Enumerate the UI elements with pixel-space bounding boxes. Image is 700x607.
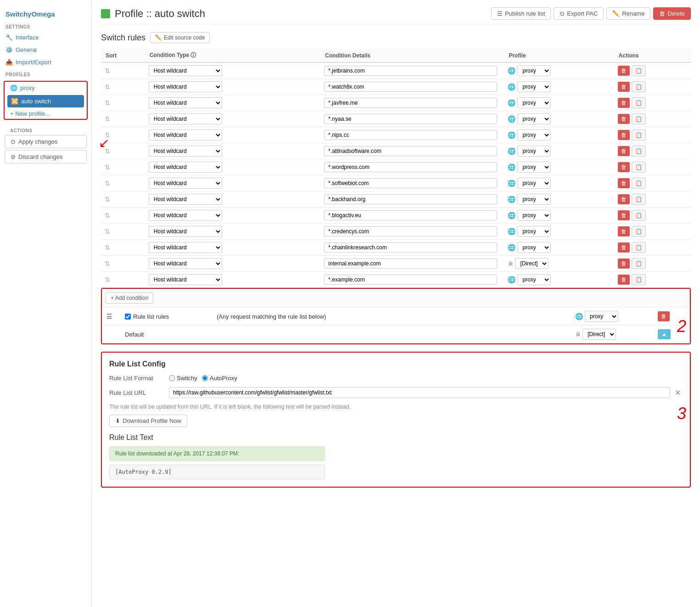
- sidebar-item-interface[interactable]: 🔧 Interface: [0, 31, 91, 44]
- condition-type-select[interactable]: Host wildcard URL regex URL wildcard IP …: [149, 194, 222, 205]
- profile-select[interactable]: proxy [Direct]: [517, 274, 551, 285]
- sidebar-item-import-export[interactable]: 📥 Import/Export: [0, 56, 91, 68]
- condition-detail-input[interactable]: [324, 66, 497, 76]
- condition-detail-input[interactable]: [324, 178, 497, 188]
- format-autoproxy-radio[interactable]: [202, 375, 208, 381]
- profile-select[interactable]: proxy [Direct]: [517, 194, 551, 205]
- profile-select[interactable]: proxy [Direct]: [517, 226, 551, 237]
- sort-handle[interactable]: ⇅: [105, 228, 110, 235]
- row-delete-button[interactable]: 🗑: [618, 146, 630, 156]
- condition-detail-input[interactable]: [324, 162, 497, 172]
- rule-list-rules-checkbox[interactable]: [125, 314, 131, 320]
- condition-detail-input[interactable]: [324, 98, 497, 108]
- row-delete-button[interactable]: 🗑: [618, 178, 630, 188]
- row-delete-button[interactable]: 🗑: [618, 242, 630, 253]
- download-profile-button[interactable]: ⬇ Download Profile Now: [109, 415, 187, 427]
- publish-rule-list-button[interactable]: ☰ Publish rule list: [491, 7, 551, 20]
- delete-button[interactable]: 🗑 Delete: [653, 7, 691, 20]
- condition-detail-input[interactable]: [324, 259, 497, 269]
- profile-select[interactable]: [Direct] [Direct]: [515, 258, 549, 269]
- row-copy-button[interactable]: 📋: [632, 274, 646, 285]
- sort-handle[interactable]: ⇅: [105, 67, 110, 74]
- row-delete-button[interactable]: 🗑: [618, 194, 630, 204]
- row-copy-button[interactable]: 📋: [632, 113, 646, 124]
- row-copy-button[interactable]: 📋: [632, 97, 646, 108]
- row-delete-button[interactable]: 🗑: [618, 114, 630, 124]
- sidebar-item-general[interactable]: ⚙️ General: [0, 44, 91, 56]
- row-copy-button[interactable]: 📋: [632, 242, 646, 253]
- condition-detail-input[interactable]: [324, 210, 497, 220]
- profile-select[interactable]: proxy [Direct]: [517, 129, 551, 141]
- condition-detail-input[interactable]: [324, 146, 497, 156]
- app-logo[interactable]: SwitchyOmega: [0, 5, 91, 21]
- row-copy-button[interactable]: 📋: [632, 146, 646, 157]
- row-copy-button[interactable]: 📋: [632, 65, 646, 76]
- condition-detail-input[interactable]: [324, 242, 497, 253]
- sort-handle[interactable]: ⇅: [105, 196, 110, 203]
- row-copy-button[interactable]: 📋: [632, 162, 646, 173]
- condition-detail-input[interactable]: [324, 275, 497, 285]
- condition-type-select[interactable]: Host wildcard URL regex URL wildcard IP …: [149, 97, 222, 108]
- row-delete-button[interactable]: 🗑: [618, 210, 630, 220]
- condition-type-select[interactable]: Host wildcard URL regex URL wildcard IP …: [149, 81, 222, 92]
- edit-source-button[interactable]: ✏️ Edit source code: [150, 32, 210, 43]
- row-delete-button[interactable]: 🗑: [618, 82, 630, 92]
- sort-handle[interactable]: ⇅: [105, 131, 110, 139]
- row-delete-button[interactable]: 🗑: [618, 162, 630, 172]
- profile-select[interactable]: proxy [Direct]: [517, 162, 551, 173]
- sort-handle[interactable]: ⇅: [105, 163, 110, 171]
- profile-select[interactable]: proxy [Direct]: [517, 178, 551, 189]
- row-delete-button[interactable]: 🗑: [618, 130, 630, 140]
- default-up-button[interactable]: ▲: [658, 329, 671, 339]
- rename-button[interactable]: ✏️ Rename: [606, 7, 650, 20]
- sort-handle[interactable]: ⇅: [105, 276, 110, 283]
- profile-select[interactable]: proxy [Direct]: [517, 113, 551, 124]
- row-copy-button[interactable]: 📋: [632, 210, 646, 221]
- condition-type-select[interactable]: Host wildcard URL regex URL wildcard IP …: [149, 226, 222, 237]
- sort-handle[interactable]: ⇅: [105, 83, 110, 90]
- row-delete-button[interactable]: 🗑: [618, 98, 630, 108]
- condition-type-select[interactable]: Host wildcard URL regex URL wildcard IP …: [149, 146, 222, 157]
- default-profile-select[interactable]: [Direct] proxy: [582, 329, 616, 340]
- condition-type-select[interactable]: Host wildcard URL regex URL wildcard IP …: [149, 258, 222, 269]
- row-delete-button[interactable]: 🗑: [618, 275, 630, 285]
- condition-detail-input[interactable]: [324, 194, 497, 204]
- condition-type-select[interactable]: Host wildcard URL regex URL wildcard IP …: [149, 242, 222, 253]
- sort-handle[interactable]: ⇅: [105, 99, 110, 107]
- discard-changes-button[interactable]: ⊘ Discard changes: [5, 150, 87, 163]
- row-copy-button[interactable]: 📋: [632, 194, 646, 205]
- condition-type-select[interactable]: Host wildcard URL regex URL wildcard IP …: [149, 65, 222, 76]
- sort-handle[interactable]: ⇅: [105, 260, 110, 267]
- profile-select[interactable]: proxy [Direct]: [517, 97, 551, 108]
- condition-type-select[interactable]: Host wildcard URL regex URL wildcard IP …: [149, 129, 222, 141]
- row-delete-button[interactable]: 🗑: [618, 259, 630, 269]
- sort-handle[interactable]: ⇅: [105, 212, 110, 219]
- add-condition-button[interactable]: + Add condition: [106, 292, 153, 304]
- format-autoproxy-option[interactable]: AutoProxy: [202, 375, 237, 382]
- sidebar-item-auto-switch[interactable]: 🔀 auto switch: [7, 95, 84, 107]
- condition-detail-input[interactable]: [324, 226, 497, 236]
- row-delete-button[interactable]: 🗑: [618, 226, 630, 236]
- condition-detail-input[interactable]: [324, 114, 497, 124]
- rule-list-profile-select[interactable]: proxy [Direct]: [585, 311, 618, 322]
- format-switchy-option[interactable]: Switchy: [169, 375, 197, 382]
- sort-handle[interactable]: ⇅: [105, 180, 110, 187]
- condition-type-select[interactable]: Host wildcard URL regex URL wildcard IP …: [149, 113, 222, 124]
- row-copy-button[interactable]: 📋: [632, 81, 646, 92]
- condition-type-select[interactable]: Host wildcard URL regex URL wildcard IP …: [149, 274, 222, 285]
- apply-changes-button[interactable]: ⊙ Apply changes: [5, 135, 87, 148]
- row-copy-button[interactable]: 📋: [632, 178, 646, 189]
- export-pac-button[interactable]: ⊙ Export PAC: [554, 7, 604, 20]
- profile-select[interactable]: proxy [Direct]: [517, 65, 551, 76]
- row-delete-button[interactable]: 🗑: [618, 66, 630, 76]
- rule-list-delete-button[interactable]: 🗑: [658, 311, 670, 321]
- profile-select[interactable]: proxy [Direct]: [517, 81, 551, 92]
- condition-detail-input[interactable]: [324, 130, 497, 140]
- sort-handle[interactable]: ⇅: [105, 244, 110, 251]
- row-copy-button[interactable]: 📋: [632, 129, 646, 141]
- clear-url-button[interactable]: ✕: [673, 388, 683, 397]
- rule-list-rules-checkbox-label[interactable]: Rule list rules: [125, 313, 207, 320]
- condition-detail-input[interactable]: [324, 82, 497, 92]
- new-profile-link[interactable]: + New profile...: [5, 108, 87, 119]
- profile-select[interactable]: proxy [Direct]: [517, 210, 551, 221]
